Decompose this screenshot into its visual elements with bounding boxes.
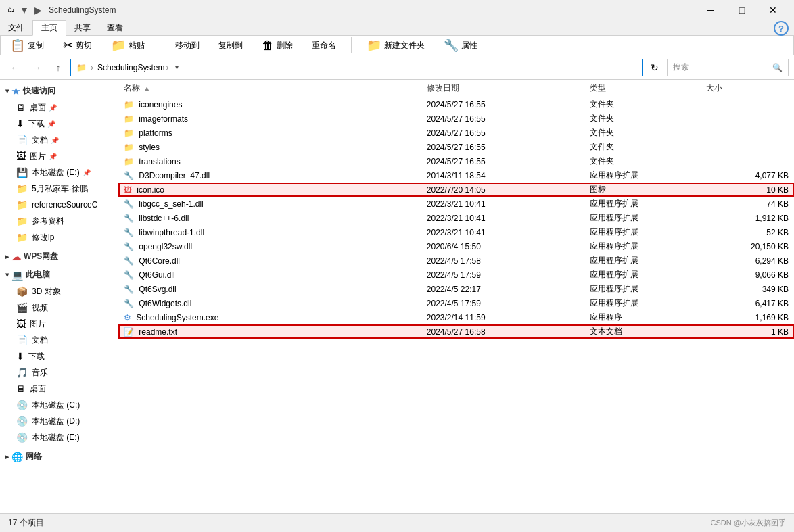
rename-btn[interactable]: 重命名: [308, 39, 340, 53]
search-box[interactable]: 搜索 🔍: [667, 59, 789, 76]
sidebar-item-dsk[interactable]: 🖥 桌面: [0, 381, 118, 397]
table-row[interactable]: 🖼 icon.ico 2022/7/20 14:05 图标 10 KB: [118, 183, 794, 197]
sidebar-item-diskd[interactable]: 💿 本地磁盘 (D:): [0, 413, 118, 429]
newfolder-icon: 📁: [367, 38, 381, 53]
sidebar-item-diske[interactable]: 💿 本地磁盘 (E:): [0, 429, 118, 445]
address-box[interactable]: 📁 › SchedulingSystem › ▾: [70, 59, 643, 76]
table-row[interactable]: 🔧 Qt6Svg.dll 2022/4/5 22:17 应用程序扩展 349 K…: [118, 282, 794, 296]
delete-btn[interactable]: 🗑 删除: [258, 37, 297, 54]
col-header-name[interactable]: 名称 ▲: [118, 80, 421, 97]
sidebar-item-desktop[interactable]: 🖥 桌面 📌: [0, 99, 118, 116]
table-row[interactable]: 🔧 Qt6Core.dll 2022/4/5 17:58 应用程序扩展 6,29…: [118, 253, 794, 268]
sidebar-item-video[interactable]: 🎬 视频: [0, 299, 118, 316]
sidebar-item-diskc[interactable]: 💿 本地磁盘 (C:): [0, 397, 118, 413]
sidebar-item-car[interactable]: 📁 5月私家车-徐鹏: [0, 180, 118, 197]
address-dropdown[interactable]: ▾: [170, 59, 183, 76]
ribbon-tab-view[interactable]: 查看: [99, 20, 131, 35]
sidebar-item-locale[interactable]: 💾 本地磁盘 (E:) 📌: [0, 164, 118, 180]
table-row[interactable]: 🔧 libgcc_s_seh-1.dll 2022/3/21 10:41 应用程…: [118, 197, 794, 211]
sidebar-item-refsource[interactable]: 📁 referenceSourceC: [0, 197, 118, 213]
file-kind-icon: 🔧: [124, 199, 134, 209]
file-date: 2022/4/5 17:58: [421, 253, 584, 268]
address-path: SchedulingSystem: [97, 63, 164, 72]
paste-btn[interactable]: 📁 粘贴: [107, 37, 149, 54]
copy-btn[interactable]: 📋 复制: [6, 37, 48, 54]
copyto-btn[interactable]: 复制到: [214, 39, 247, 53]
table-row[interactable]: 🔧 opengl32sw.dll 2020/6/4 15:50 应用程序扩展 2…: [118, 239, 794, 253]
file-type: 应用程序扩展: [584, 225, 701, 239]
documents-icon: 📄: [16, 135, 28, 145]
sidebar-item-music[interactable]: 🎵 音乐: [0, 364, 118, 381]
pictures-icon: 🖼: [16, 151, 26, 162]
col-header-date[interactable]: 修改日期: [421, 80, 584, 97]
sidebar-item-documents[interactable]: 📄 文档 📌: [0, 132, 118, 148]
sidebar-item-images[interactable]: 🖼 图片: [0, 316, 118, 332]
sidebar-thispc-header[interactable]: ▾ 💻 此电脑: [0, 266, 118, 283]
table-row[interactable]: 🔧 libwinpthread-1.dll 2022/3/21 10:41 应用…: [118, 225, 794, 239]
table-row[interactable]: 📁 styles 2024/5/27 16:55 文件夹: [118, 140, 794, 154]
diskc-icon: 💿: [16, 400, 28, 410]
sidebar-item-3d[interactable]: 📦 3D 对象: [0, 283, 118, 299]
ribbon-tab-home[interactable]: 主页: [32, 20, 66, 36]
table-row[interactable]: 📝 readme.txt 2024/5/27 16:58 文本文档 1 KB: [118, 324, 794, 339]
sidebar-item-modifyip[interactable]: 📁 修改ip: [0, 229, 118, 245]
table-row[interactable]: 🔧 D3Dcompiler_47.dll 2014/3/11 18:54 应用程…: [118, 168, 794, 183]
file-kind-icon: 🔧: [124, 299, 134, 308]
help-icon[interactable]: ?: [774, 21, 789, 36]
sidebar-wps-header[interactable]: ▸ ☁ WPS网盘: [0, 248, 118, 265]
main-layout: ▾ ★ 快速访问 🖥 桌面 📌 ⬇ 下载 📌 📄 文档 📌 🖼 图片 📌 💾 本…: [0, 80, 794, 513]
title-icon-2: ▼: [19, 5, 30, 16]
maximize-button[interactable]: □: [726, 0, 757, 20]
sidebar-item-dl[interactable]: ⬇ 下载: [0, 348, 118, 364]
dsk-icon: 🖥: [16, 383, 26, 394]
file-kind-icon: 🖼: [124, 185, 132, 195]
table-row[interactable]: 🔧 libstdc++-6.dll 2022/3/21 10:41 应用程序扩展…: [118, 211, 794, 225]
cut-icon: ✂: [63, 38, 73, 53]
network-icon: 🌐: [11, 452, 23, 462]
move-icon: 移动到: [175, 40, 200, 51]
newfolder-btn[interactable]: 📁 新建文件夹: [363, 37, 429, 54]
col-header-size[interactable]: 大小: [701, 80, 794, 97]
sidebar-item-refmaterial[interactable]: 📁 参考资料: [0, 213, 118, 229]
back-button[interactable]: ←: [5, 58, 24, 77]
file-size: 1,912 KB: [701, 211, 794, 225]
sidebar-quickaccess-header[interactable]: ▾ ★ 快速访问: [0, 82, 118, 99]
up-button[interactable]: ↑: [49, 58, 68, 77]
paste-icon: 📁: [111, 38, 126, 53]
minimize-button[interactable]: ─: [695, 0, 726, 20]
file-kind-icon: 🔧: [124, 270, 134, 280]
close-button[interactable]: ✕: [757, 0, 789, 20]
ribbon-tab-share[interactable]: 共享: [66, 20, 99, 35]
table-row[interactable]: 📁 imageformats 2024/5/27 16:55 文件夹: [118, 112, 794, 126]
forward-button[interactable]: →: [27, 58, 46, 77]
search-icon: 🔍: [772, 63, 783, 72]
file-type: 文件夹: [584, 154, 701, 168]
delete-icon: 🗑: [262, 39, 274, 53]
ribbon-tab-file[interactable]: 文件: [0, 20, 32, 35]
table-row[interactable]: ⚙ SchedulingSystem.exe 2023/2/14 11:59 应…: [118, 310, 794, 324]
table-row[interactable]: 🔧 Qt6Widgets.dll 2022/4/5 17:59 应用程序扩展 6…: [118, 296, 794, 310]
col-header-type[interactable]: 类型: [584, 80, 701, 97]
table-row[interactable]: 🔧 Qt6Gui.dll 2022/4/5 17:59 应用程序扩展 9,066…: [118, 268, 794, 282]
move-btn[interactable]: 移动到: [171, 39, 204, 53]
table-row[interactable]: 📁 platforms 2024/5/27 16:55 文件夹: [118, 126, 794, 140]
properties-btn[interactable]: 🔧 属性: [440, 37, 482, 54]
table-row[interactable]: 📁 iconengines 2024/5/27 16:55 文件夹: [118, 97, 794, 112]
file-type: 文本文档: [584, 324, 701, 339]
statusbar-count: 17 个项目: [8, 517, 44, 529]
file-kind-icon: 📝: [124, 327, 134, 337]
file-size: 6,294 KB: [701, 253, 794, 268]
download-icon: ⬇: [16, 118, 24, 129]
sidebar-network-header[interactable]: ▸ 🌐 网络: [0, 448, 118, 465]
wps-icon: ☁: [11, 251, 21, 262]
sidebar-item-docs[interactable]: 📄 文档: [0, 332, 118, 348]
table-row[interactable]: 📁 translations 2024/5/27 16:55 文件夹: [118, 154, 794, 168]
sidebar-item-pictures[interactable]: 🖼 图片 📌: [0, 148, 118, 164]
sidebar-item-download[interactable]: ⬇ 下载 📌: [0, 116, 118, 132]
file-kind-icon: 📁: [124, 114, 134, 124]
refresh-button[interactable]: ↻: [645, 58, 664, 77]
file-type: 应用程序扩展: [584, 268, 701, 282]
cut-btn[interactable]: ✂ 剪切: [59, 37, 96, 54]
3d-icon: 📦: [16, 286, 28, 297]
titlebar-app-icons: 🗂 ▼ ▶: [5, 5, 43, 16]
